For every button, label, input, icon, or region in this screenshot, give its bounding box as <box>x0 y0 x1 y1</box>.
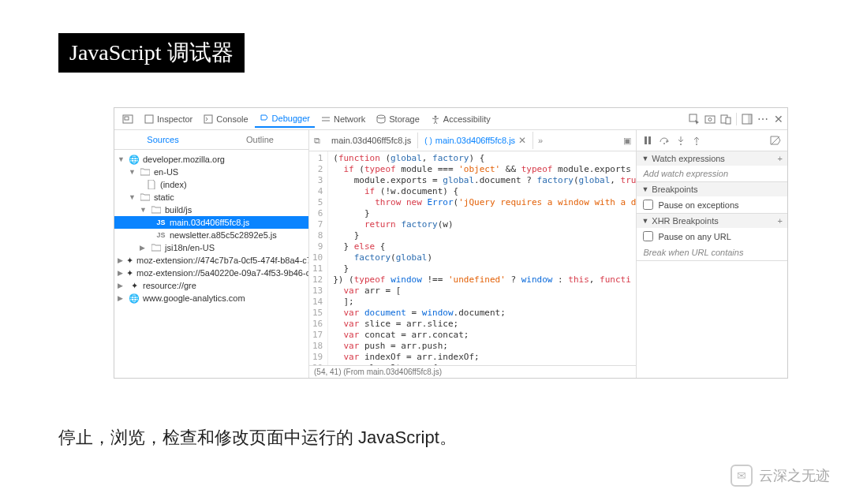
wechat-icon: ✉ <box>731 465 753 487</box>
dock-icon[interactable] <box>742 114 753 125</box>
run-controls <box>637 130 787 151</box>
tree-resource[interactable]: ▶✦resource://gre <box>114 279 308 292</box>
tab-storage[interactable]: Storage <box>372 111 424 127</box>
extension-icon: ✦ <box>126 268 133 278</box>
tab-inspector[interactable]: Inspector <box>140 111 197 127</box>
file-tab-1[interactable]: main.03d406ff5fc8.js <box>325 133 418 148</box>
iframe-picker-icon[interactable] <box>118 110 138 128</box>
pause-exceptions-label: Pause on exceptions <box>658 200 738 210</box>
editor-status: (54, 41) (From main.03d406ff5fc8.js) <box>309 365 636 378</box>
xhr-header[interactable]: ▼XHR Breakpoints+ <box>637 214 787 228</box>
devtools-toolbar: Inspector Console Debugger Network Stora… <box>114 108 787 130</box>
folder-icon <box>140 192 151 202</box>
watch-header[interactable]: ▼Watch expressions+ <box>637 151 787 166</box>
folder-icon <box>151 205 162 215</box>
file-tab-label: main.03d406ff5fc8.js <box>435 136 515 145</box>
toggle-pane-icon[interactable]: ▣ <box>618 136 636 146</box>
step-in-icon[interactable] <box>676 136 686 145</box>
watch-section: ▼Watch expressions+ Add watch expression <box>637 151 787 182</box>
add-xhr-icon[interactable]: + <box>778 216 783 226</box>
disable-breakpoints-icon[interactable] <box>770 136 781 145</box>
svg-rect-2 <box>145 115 153 123</box>
pause-icon[interactable] <box>643 136 652 145</box>
tab-debugger[interactable]: Debugger <box>255 110 315 128</box>
extension-icon: ✦ <box>126 256 133 265</box>
tab-accessibility[interactable]: Accessibility <box>426 111 495 127</box>
folder-icon <box>151 243 162 252</box>
tree-root[interactable]: ▼🌐developer.mozilla.org <box>114 153 308 166</box>
chevron-down-icon: ▼ <box>641 185 648 193</box>
tab-network-label: Network <box>334 114 365 124</box>
svg-rect-10 <box>726 118 731 124</box>
tree-folder-jsi18n[interactable]: ▶jsi18n/en-US <box>114 241 308 254</box>
step-out-icon[interactable] <box>692 136 701 145</box>
code-editor[interactable]: 123456789101112131415161718192021222324 … <box>309 151 636 365</box>
caption-text: 停止，浏览，检查和修改页面中运行的 JavaScript。 <box>58 426 457 450</box>
xhr-placeholder[interactable]: Break when URL contains <box>637 245 787 260</box>
breakpoints-label: Breakpoints <box>652 185 697 194</box>
extension-icon: ✦ <box>129 281 140 290</box>
screenshot-icon[interactable] <box>704 114 716 125</box>
tree-label: moz-extension://5a40220e-09a7-4f53-9b46-… <box>136 268 308 278</box>
tree-ext1[interactable]: ▶✦moz-extension://474c7b7a-0cf5-474f-b8a… <box>114 254 308 267</box>
svg-point-17 <box>696 144 697 145</box>
close-tab-icon[interactable]: ✕ <box>518 135 526 146</box>
tree-label: static <box>154 192 174 202</box>
globe-icon: 🌐 <box>129 155 140 164</box>
tree-file-mainjs[interactable]: JSmain.03d406ff5fc8.js <box>114 216 308 229</box>
svg-rect-14 <box>648 136 651 144</box>
tab-console[interactable]: Console <box>199 111 252 127</box>
file-tab-label: main.03d406ff5fc8.js <box>331 136 411 145</box>
svg-rect-3 <box>204 115 212 123</box>
file-tab-2[interactable]: ( )main.03d406ff5fc8.js✕ <box>418 132 533 149</box>
watermark-label: 云深之无迹 <box>759 466 830 485</box>
code-content[interactable]: (function (global, factory) { if (typeof… <box>328 151 636 365</box>
tree-label: newsletter.a85c5c2892e5.js <box>170 230 277 240</box>
js-icon: JS <box>155 218 166 227</box>
debug-pane: ▼Watch expressions+ Add watch expression… <box>637 130 787 378</box>
breakpoints-header[interactable]: ▼Breakpoints <box>637 182 787 196</box>
tree-folder-buildjs[interactable]: ▼build/js <box>114 203 308 216</box>
picker-icon[interactable] <box>689 114 700 125</box>
tab-network[interactable]: Network <box>316 111 370 127</box>
tree-label: build/js <box>165 205 192 215</box>
watch-placeholder[interactable]: Add watch expression <box>637 166 787 181</box>
svg-rect-7 <box>705 116 715 123</box>
folder-icon <box>140 167 151 177</box>
xhr-section: ▼XHR Breakpoints+ Pause on any URL Break… <box>637 214 787 261</box>
svg-point-5 <box>434 115 436 118</box>
responsive-icon[interactable] <box>720 114 731 125</box>
pause-exceptions-checkbox[interactable] <box>643 200 653 210</box>
editor-pane: ⧉ main.03d406ff5fc8.js ( )main.03d406ff5… <box>309 130 637 378</box>
js-icon: JS <box>155 230 166 240</box>
svg-rect-1 <box>125 117 129 120</box>
sources-tree[interactable]: ▼🌐developer.mozilla.org ▼en-US (index) ▼… <box>114 150 308 378</box>
tree-file-newsletter[interactable]: JSnewsletter.a85c5c2892e5.js <box>114 229 308 241</box>
tree-root-label: developer.mozilla.org <box>143 155 225 164</box>
tree-folder-enus[interactable]: ▼en-US <box>114 166 308 178</box>
tree-file-index[interactable]: (index) <box>114 178 308 191</box>
tree-folder-static[interactable]: ▼static <box>114 191 308 203</box>
outline-tab[interactable]: Outline <box>211 130 308 149</box>
devtools-window: Inspector Console Debugger Network Stora… <box>114 107 788 379</box>
svg-point-8 <box>708 118 712 121</box>
add-watch-icon[interactable]: + <box>778 154 783 163</box>
tab-overflow-icon[interactable]: » <box>533 136 547 145</box>
sources-tab[interactable]: Sources <box>114 130 211 149</box>
svg-rect-12 <box>748 114 752 124</box>
svg-point-16 <box>680 144 682 145</box>
tree-ext2[interactable]: ▶✦moz-extension://5a40220e-09a7-4f53-9b4… <box>114 267 308 279</box>
close-icon[interactable]: ✕ <box>773 114 784 125</box>
svg-rect-13 <box>645 136 647 144</box>
step-over-icon[interactable] <box>659 136 670 145</box>
more-icon[interactable]: ⋯ <box>757 114 768 125</box>
chevron-down-icon: ▼ <box>641 217 648 225</box>
tree-ga[interactable]: ▶🌐www.google-analytics.com <box>114 292 308 304</box>
tab-inspector-label: Inspector <box>157 114 192 124</box>
tab-console-label: Console <box>216 114 248 124</box>
line-gutter: 123456789101112131415161718192021222324 <box>309 151 328 365</box>
tree-label: jsi18n/en-US <box>165 243 215 252</box>
tab-list-icon[interactable]: ⧉ <box>309 136 325 146</box>
pause-url-checkbox[interactable] <box>643 231 653 241</box>
pause-url-label: Pause on any URL <box>658 232 731 241</box>
